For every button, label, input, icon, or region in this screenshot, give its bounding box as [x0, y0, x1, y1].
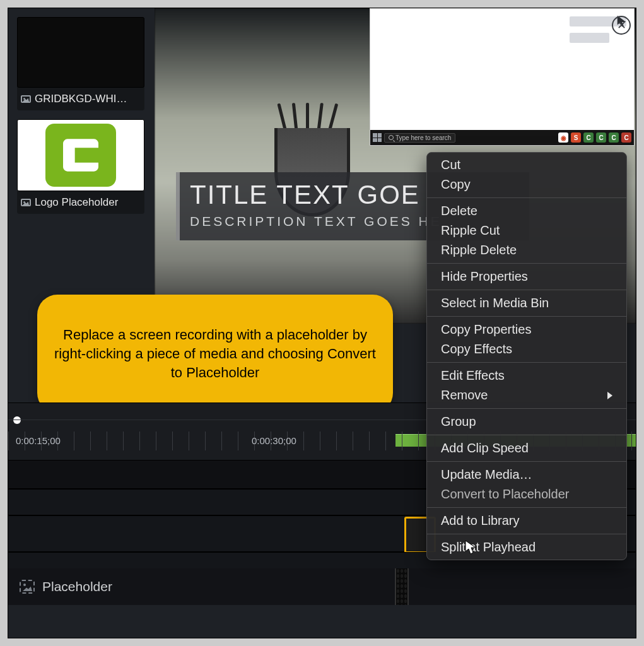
context-menu-separator: [427, 507, 626, 508]
media-item-label: GRIDBKGD-WHI…: [35, 93, 127, 105]
image-icon: [21, 95, 31, 103]
camtasia-logo-icon: [45, 124, 116, 187]
submenu-arrow-icon: [607, 392, 612, 399]
taskbar-app-icon[interactable]: C: [609, 132, 619, 143]
taskbar-app-icon[interactable]: C: [583, 132, 594, 143]
context-menu-remove[interactable]: Remove: [427, 385, 626, 405]
timecode-label: 0:00:15;00: [16, 435, 61, 446]
taskbar-search[interactable]: Type here to search: [384, 133, 455, 143]
taskbar-app-icon[interactable]: S: [571, 132, 581, 143]
context-menu-separator: [427, 461, 626, 462]
context-menu-separator: [427, 435, 626, 435]
context-menu-copy[interactable]: Copy: [427, 175, 626, 194]
context-menu-separator: [427, 408, 626, 409]
context-menu-ripple-delete[interactable]: Ripple Delete: [427, 240, 626, 260]
playhead-handle[interactable]: [13, 416, 21, 424]
context-menu-separator: [427, 263, 626, 264]
context-menu-separator: [427, 197, 626, 198]
placeholder-track-label: Placeholder: [42, 579, 112, 594]
tutorial-screenshot-frame: GRIDBKGD-WHI… Logo Placeholder: [0, 0, 644, 646]
context-menu-select-in-media-bin[interactable]: Select in Media Bin: [427, 293, 626, 313]
context-menu-separator: [427, 316, 626, 317]
taskbar-search-placeholder: Type here to search: [395, 134, 451, 141]
timecode-label: 0:00:30;00: [252, 435, 296, 446]
skeleton-bar: [570, 33, 609, 43]
image-icon: [21, 199, 31, 206]
context-menu-separator: [427, 290, 626, 290]
context-menu-cut[interactable]: Cut: [427, 155, 626, 175]
windows-taskbar: Type here to search ◉ S C C C C: [370, 130, 634, 145]
start-menu-icon[interactable]: [373, 133, 382, 142]
taskbar-app-icon[interactable]: C: [596, 132, 606, 143]
context-menu-add-to-library[interactable]: Add to Library: [427, 511, 626, 531]
embedded-browser-window: Type here to search ◉ S C C C C: [370, 8, 635, 146]
media-thumbnail: [17, 119, 144, 191]
context-menu-convert-to-placeholder[interactable]: Convert to Placeholder: [427, 484, 626, 504]
context-menu-hide-properties[interactable]: Hide Properties: [427, 267, 626, 286]
placeholder-icon: [20, 580, 35, 594]
media-bin-item[interactable]: GRIDBKGD-WHI…: [17, 17, 144, 110]
media-thumbnail: [17, 17, 144, 88]
app-window: GRIDBKGD-WHI… Logo Placeholder: [8, 8, 636, 638]
clip-context-menu: Cut Copy Delete Ripple Cut Ripple Delete…: [426, 152, 627, 560]
cursor-icon: [464, 540, 478, 555]
context-menu-add-clip-speed[interactable]: Add Clip Speed: [427, 438, 626, 458]
context-menu-edit-effects[interactable]: Edit Effects: [427, 366, 626, 385]
context-menu-split-at-playhead[interactable]: Split at Playhead: [427, 537, 626, 557]
media-bin: GRIDBKGD-WHI… Logo Placeholder: [8, 8, 155, 324]
context-menu-copy-effects[interactable]: Copy Effects: [427, 339, 626, 359]
placeholder-track-row[interactable]: Placeholder: [8, 568, 636, 605]
context-menu-group[interactable]: Group: [427, 412, 626, 432]
taskbar-chrome-icon[interactable]: ◉: [558, 132, 568, 143]
tutorial-callout: Replace a screen recording with a placeh…: [37, 295, 393, 413]
context-menu-copy-properties[interactable]: Copy Properties: [427, 320, 626, 339]
context-menu-separator: [427, 534, 626, 534]
filmstrip-icon: [395, 568, 409, 605]
context-menu-update-media[interactable]: Update Media…: [427, 465, 626, 484]
context-menu-separator: [427, 362, 626, 363]
context-menu-delete[interactable]: Delete: [427, 201, 626, 221]
media-bin-item[interactable]: Logo Placeholder: [17, 119, 144, 214]
callout-text: Replace a screen recording with a placeh…: [54, 326, 377, 382]
close-icon[interactable]: ✕: [612, 16, 631, 35]
context-menu-ripple-cut[interactable]: Ripple Cut: [427, 221, 626, 240]
taskbar-app-icon[interactable]: C: [621, 132, 631, 143]
search-icon: [389, 135, 394, 140]
media-item-label: Logo Placeholder: [35, 196, 118, 209]
